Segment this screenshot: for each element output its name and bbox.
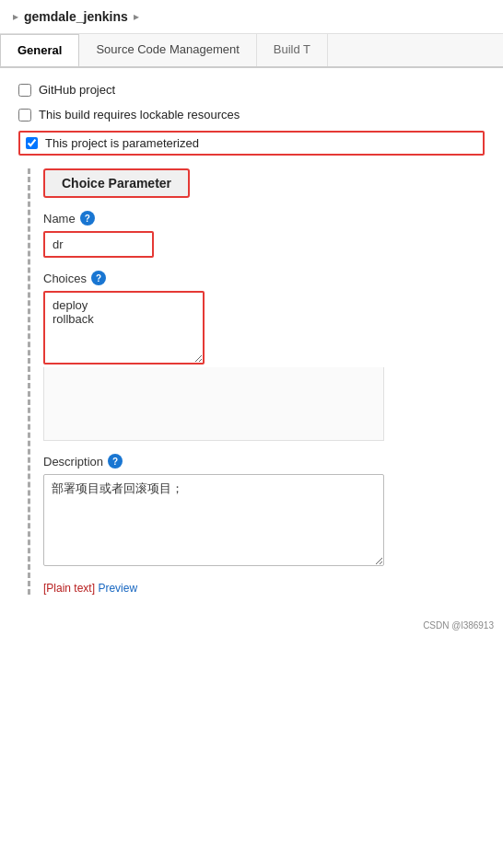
github-project-row: GitHub project <box>18 81 485 98</box>
parameterized-label[interactable]: This project is parameterized <box>45 136 199 150</box>
breadcrumb-title[interactable]: gemdale_jenkins <box>24 9 128 24</box>
lockable-resources-label[interactable]: This build requires lockable resources <box>39 108 240 122</box>
name-input[interactable] <box>43 231 154 258</box>
choices-help-icon[interactable]: ? <box>91 271 106 285</box>
description-textarea[interactable]: 部署项目或者回滚项目； <box>43 474 384 566</box>
preview-link[interactable]: Preview <box>98 582 137 595</box>
breadcrumb-arrow: ▸ <box>13 10 18 23</box>
lockable-resources-checkbox[interactable] <box>18 109 31 122</box>
description-label-text: Description <box>43 455 103 469</box>
choices-textarea[interactable]: deploy rollback <box>43 291 205 365</box>
choices-label-text: Choices <box>43 272 87 285</box>
tab-source-code[interactable]: Source Code Management <box>79 34 256 66</box>
name-field-group: Name ? <box>43 211 485 258</box>
description-field-group: Description ? 部署项目或者回滚项目； <box>43 454 485 569</box>
lockable-resources-row: This build requires lockable resources <box>18 106 485 123</box>
name-label: Name ? <box>43 211 485 226</box>
name-label-text: Name <box>43 212 76 226</box>
breadcrumb-arrow-2: ▸ <box>134 10 139 23</box>
plain-text-label: [Plain text] <box>43 582 95 595</box>
choices-below-area <box>43 367 384 441</box>
tab-build-triggers[interactable]: Build T <box>257 34 328 66</box>
format-links: [Plain text] Preview <box>43 582 485 595</box>
main-content: GitHub project This build requires locka… <box>0 68 503 608</box>
choices-label: Choices ? <box>43 271 485 285</box>
github-project-checkbox[interactable] <box>18 84 31 97</box>
choice-param-header: Choice Parameter <box>43 168 190 198</box>
parameterized-row: This project is parameterized <box>18 131 485 156</box>
name-help-icon[interactable]: ? <box>80 211 95 226</box>
github-project-label[interactable]: GitHub project <box>39 83 115 97</box>
choices-field-group: Choices ? deploy rollback <box>43 271 485 441</box>
description-help-icon[interactable]: ? <box>108 454 123 469</box>
breadcrumb: ▸ gemdale_jenkins ▸ <box>0 0 503 34</box>
tab-general[interactable]: General <box>0 34 79 68</box>
watermark: CSDN @l386913 <box>0 617 503 634</box>
tabs-bar: General Source Code Management Build T <box>0 34 503 68</box>
param-block: Choice Parameter Name ? Choices ? deploy… <box>28 168 485 595</box>
description-label: Description ? <box>43 454 485 469</box>
parameterized-checkbox[interactable] <box>26 137 38 149</box>
